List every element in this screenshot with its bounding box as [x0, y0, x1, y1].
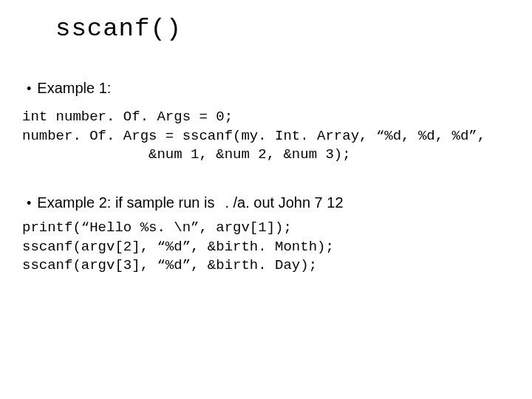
- example2-heading: • Example 2: if sample run is . /a. out …: [22, 194, 510, 211]
- example2-command: . /a. out John 7 12: [225, 194, 343, 211]
- example1-heading: • Example 1:: [22, 80, 510, 97]
- example1-label: Example 1:: [37, 80, 111, 97]
- slide: sscanf() • Example 1: int number. Of. Ar…: [0, 0, 532, 290]
- slide-title: sscanf(): [55, 15, 510, 43]
- bullet-icon: •: [27, 197, 31, 210]
- example2-code: printf(“Hello %s. \n”, argv[1]); sscanf(…: [22, 219, 510, 276]
- example1-code: int number. Of. Args = 0; number. Of. Ar…: [22, 108, 510, 165]
- bullet-icon: •: [27, 82, 31, 95]
- example2-label: Example 2: if sample run is: [37, 194, 214, 211]
